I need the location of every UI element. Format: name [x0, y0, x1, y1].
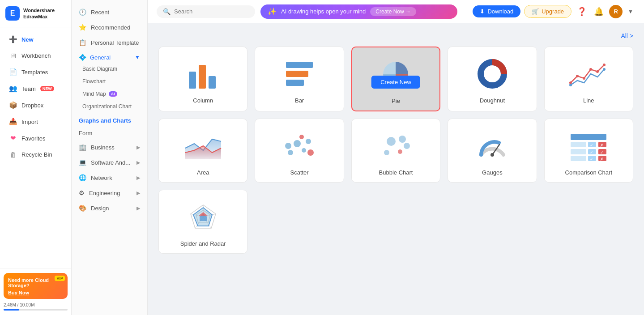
svg-rect-4 [286, 71, 308, 77]
chart-card-column[interactable]: Column [158, 47, 247, 111]
section-network[interactable]: 🌐 Network ▶ [72, 170, 147, 185]
team-icon: 👥 [9, 85, 17, 93]
subitem-mind-map[interactable]: Mind Map AI [72, 88, 147, 100]
svg-rect-34 [571, 142, 586, 147]
search-box[interactable]: 🔍 [157, 5, 255, 18]
section-general[interactable]: 💠 General ▼ [72, 50, 147, 63]
help-button[interactable]: ❓ [575, 5, 589, 18]
sidebar-item-dropbox[interactable]: 📦 Dropbox [3, 97, 68, 113]
logo-icon: E [5, 6, 20, 21]
area-label: Area [197, 169, 209, 176]
subitem-flowchart[interactable]: Flowchart [72, 75, 147, 88]
ai-banner-cta[interactable]: Create Now → [370, 7, 416, 16]
sidebar-nav: ➕ New 🖥 Workbench 📄 Templates 👥 Team NEW… [0, 27, 71, 268]
sidebar-item-workbench[interactable]: 🖥 Workbench [3, 48, 68, 64]
section-business[interactable]: 🏢 Business ▶ [72, 140, 147, 155]
app-name: Wondershare EdrawMax [23, 7, 55, 20]
svg-text:✗: ✗ [600, 157, 604, 162]
ai-sparkle-icon: ✨ [268, 7, 277, 16]
software-chevron: ▶ [136, 160, 140, 166]
cloud-banner[interactable]: VIP Need more Cloud Storage? Buy Now [4, 273, 68, 299]
avatar[interactable]: R [609, 5, 623, 18]
svg-point-15 [569, 84, 572, 86]
svg-point-21 [302, 148, 306, 153]
column-icon [166, 56, 240, 92]
svg-point-11 [583, 77, 585, 80]
design-icon: 🎨 [79, 204, 86, 212]
svg-rect-5 [286, 80, 304, 86]
section-design[interactable]: 🎨 Design ▶ [72, 200, 147, 216]
panel-item-recommended[interactable]: ⭐ Recommended [72, 20, 147, 35]
spider-label: Spider and Radar [180, 240, 226, 247]
notification-button[interactable]: 🔔 [592, 5, 606, 18]
engineering-chevron: ▶ [136, 190, 140, 196]
line-label: Line [583, 97, 594, 104]
chart-card-area[interactable]: Area [158, 119, 247, 183]
svg-point-16 [603, 68, 606, 71]
svg-point-23 [306, 139, 311, 144]
doughnut-label: Doughnut [480, 97, 505, 104]
gauges-icon [455, 128, 529, 164]
team-new-badge: NEW [40, 86, 54, 91]
network-icon: 🌐 [79, 174, 86, 181]
panel-item-recent[interactable]: 🕐 Recent [72, 4, 147, 20]
storage-text: 2.46M / 10.00M [4, 302, 68, 307]
all-link[interactable]: All > [621, 32, 633, 39]
download-button[interactable]: ⬇ Download [473, 5, 520, 17]
comparison-label: Comparison Chart [565, 169, 613, 176]
ai-banner[interactable]: ✨ AI drawing helps open your mind Create… [260, 4, 457, 19]
dropdown-button[interactable]: ▼ [626, 7, 635, 17]
chart-card-line[interactable]: Line [544, 47, 633, 111]
panel-item-personal[interactable]: 📋 Personal Template [72, 35, 147, 50]
sidebar: E Wondershare EdrawMax ➕ New 🖥 Workbench… [0, 0, 72, 315]
section-engineering[interactable]: ⚙ Engineering ▶ [72, 185, 147, 200]
svg-point-12 [589, 68, 592, 71]
create-new-button[interactable]: Create New [371, 76, 420, 89]
subitem-basic-diagram[interactable]: Basic Diagram [72, 63, 147, 75]
chart-card-bar[interactable]: Bar [255, 47, 344, 111]
sidebar-item-team[interactable]: 👥 Team NEW [3, 81, 68, 97]
sidebar-item-templates[interactable]: 📄 Templates [3, 64, 68, 80]
ai-banner-text: AI drawing helps open your mind [281, 8, 366, 15]
svg-text:✓: ✓ [590, 143, 593, 148]
chart-card-bubble[interactable]: Bubble Chart [351, 119, 440, 183]
svg-text:✓: ✓ [590, 157, 593, 162]
header-actions: ⬇ Download 🛒 Upgrade ❓ 🔔 R ▼ [473, 5, 635, 18]
svg-point-26 [387, 137, 396, 146]
recycle-icon: 🗑 [9, 151, 17, 158]
new-button[interactable]: ➕ New [3, 31, 68, 47]
spider-icon [166, 199, 240, 235]
section-software[interactable]: 💻 Software And... ▶ [72, 155, 147, 170]
pie-label: Pie [392, 98, 400, 104]
chart-card-scatter[interactable]: Scatter [255, 119, 344, 183]
chart-card-spider[interactable]: Spider and Radar [158, 190, 247, 254]
chart-card-pie[interactable]: Create New Pie [351, 47, 440, 111]
sidebar-item-recycle[interactable]: 🗑 Recycle Bin [3, 147, 68, 162]
chart-grid-row2: Area Scatter [158, 119, 633, 183]
general-chevron: ▼ [135, 54, 140, 60]
chart-card-doughnut[interactable]: Doughnut [448, 47, 537, 111]
upgrade-icon: 🛒 [532, 8, 539, 15]
storage-info: 2.46M / 10.00M [4, 302, 68, 311]
search-icon: 🔍 [163, 8, 171, 15]
svg-point-25 [307, 149, 314, 156]
software-icon: 💻 [79, 159, 86, 166]
buy-now-link[interactable]: Buy Now [8, 290, 29, 295]
chart-card-comparison[interactable]: ✓ ✗ ✓ ✓ ✓ ✗ Comparison Chart [544, 119, 633, 183]
upgrade-button[interactable]: 🛒 Upgrade [524, 5, 571, 18]
business-chevron: ▶ [136, 145, 140, 150]
section-graphs[interactable]: Graphs and Charts [72, 113, 147, 126]
section-form[interactable]: Form [72, 126, 147, 140]
scatter-label: Scatter [290, 169, 309, 176]
search-input[interactable] [174, 8, 249, 15]
svg-point-13 [596, 70, 599, 73]
subitem-org-chart[interactable]: Organizational Chart [72, 100, 147, 113]
dropbox-icon: 📦 [9, 101, 17, 109]
sidebar-item-favorites[interactable]: ❤ Favorites [3, 130, 68, 146]
design-label: Design [91, 205, 109, 212]
sidebar-item-import[interactable]: 📥 Import [3, 114, 68, 130]
personal-icon: 📋 [79, 39, 86, 46]
storage-bar [4, 309, 68, 311]
chart-card-gauges[interactable]: Gauges [448, 119, 537, 183]
comparison-icon: ✓ ✗ ✓ ✓ ✓ ✗ [552, 128, 626, 164]
